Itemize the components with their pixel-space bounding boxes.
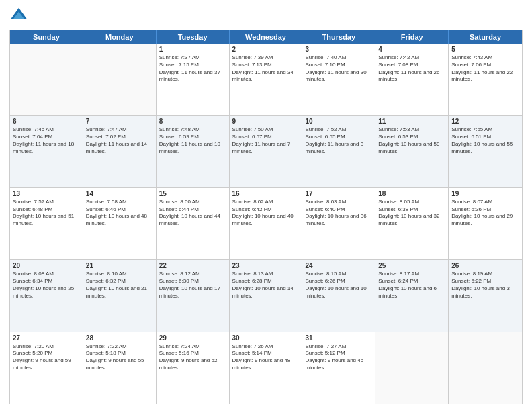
day-cell-15: 15Sunrise: 8:00 AM Sunset: 6:44 PM Dayli…: [157, 188, 230, 259]
day-cell-25: 25Sunrise: 8:17 AM Sunset: 6:24 PM Dayli…: [375, 260, 449, 331]
header-day-tuesday: Tuesday: [157, 30, 230, 44]
day-info: Sunrise: 7:45 AM Sunset: 7:04 PM Dayligh…: [13, 126, 80, 155]
day-number: 2: [232, 46, 300, 53]
day-cell-17: 17Sunrise: 8:03 AM Sunset: 6:40 PM Dayli…: [302, 188, 375, 259]
day-number: 16: [232, 190, 300, 197]
day-cell-22: 22Sunrise: 8:12 AM Sunset: 6:30 PM Dayli…: [157, 260, 230, 331]
day-number: 3: [305, 46, 372, 53]
day-number: 19: [451, 190, 519, 197]
day-info: Sunrise: 7:37 AM Sunset: 7:15 PM Dayligh…: [159, 54, 226, 83]
day-number: 6: [13, 118, 80, 125]
header: [9, 7, 523, 26]
day-info: Sunrise: 7:47 AM Sunset: 7:02 PM Dayligh…: [86, 126, 153, 155]
day-cell-9: 9Sunrise: 7:50 AM Sunset: 6:57 PM Daylig…: [230, 116, 303, 187]
day-number: 22: [159, 262, 226, 269]
day-number: 15: [159, 190, 226, 197]
empty-cell: [83, 44, 157, 115]
day-cell-10: 10Sunrise: 7:52 AM Sunset: 6:55 PM Dayli…: [302, 116, 375, 187]
day-info: Sunrise: 7:53 AM Sunset: 6:53 PM Dayligh…: [378, 126, 445, 155]
day-number: 4: [378, 46, 445, 53]
day-number: 10: [305, 118, 372, 125]
header-day-thursday: Thursday: [302, 30, 375, 44]
empty-cell: [449, 332, 522, 404]
day-info: Sunrise: 7:52 AM Sunset: 6:55 PM Dayligh…: [305, 126, 372, 155]
day-number: 27: [13, 334, 80, 342]
header-day-saturday: Saturday: [449, 30, 522, 44]
day-number: 9: [232, 118, 300, 125]
day-info: Sunrise: 7:50 AM Sunset: 6:57 PM Dayligh…: [232, 126, 300, 155]
day-number: 8: [159, 118, 226, 125]
day-number: 18: [378, 190, 445, 197]
day-cell-4: 4Sunrise: 7:42 AM Sunset: 7:08 PM Daylig…: [375, 44, 449, 115]
day-number: 25: [378, 262, 445, 269]
day-info: Sunrise: 8:08 AM Sunset: 6:34 PM Dayligh…: [13, 271, 80, 300]
day-number: 23: [232, 262, 300, 269]
day-info: Sunrise: 8:00 AM Sunset: 6:44 PM Dayligh…: [159, 199, 226, 228]
day-cell-23: 23Sunrise: 8:13 AM Sunset: 6:28 PM Dayli…: [230, 260, 303, 331]
day-cell-3: 3Sunrise: 7:40 AM Sunset: 7:10 PM Daylig…: [302, 44, 375, 115]
day-number: 12: [451, 118, 519, 125]
day-cell-1: 1Sunrise: 7:37 AM Sunset: 7:15 PM Daylig…: [157, 44, 230, 115]
day-info: Sunrise: 7:57 AM Sunset: 6:48 PM Dayligh…: [13, 199, 80, 228]
day-number: 20: [13, 262, 80, 269]
calendar-row-2: 13Sunrise: 7:57 AM Sunset: 6:48 PM Dayli…: [10, 188, 522, 260]
header-day-monday: Monday: [83, 30, 157, 44]
header-day-sunday: Sunday: [10, 30, 83, 44]
day-cell-12: 12Sunrise: 7:55 AM Sunset: 6:51 PM Dayli…: [449, 116, 522, 187]
day-cell-27: 27Sunrise: 7:20 AM Sunset: 5:20 PM Dayli…: [10, 332, 83, 404]
day-info: Sunrise: 8:10 AM Sunset: 6:32 PM Dayligh…: [86, 271, 153, 300]
day-info: Sunrise: 7:26 AM Sunset: 5:14 PM Dayligh…: [232, 343, 300, 372]
day-cell-2: 2Sunrise: 7:39 AM Sunset: 7:13 PM Daylig…: [230, 44, 303, 115]
day-info: Sunrise: 7:22 AM Sunset: 5:18 PM Dayligh…: [86, 343, 153, 372]
day-cell-5: 5Sunrise: 7:43 AM Sunset: 7:06 PM Daylig…: [449, 44, 522, 115]
day-info: Sunrise: 7:24 AM Sunset: 5:16 PM Dayligh…: [159, 343, 226, 372]
calendar-row-4: 27Sunrise: 7:20 AM Sunset: 5:20 PM Dayli…: [10, 332, 522, 404]
day-info: Sunrise: 8:03 AM Sunset: 6:40 PM Dayligh…: [305, 199, 372, 228]
day-cell-13: 13Sunrise: 7:57 AM Sunset: 6:48 PM Dayli…: [10, 188, 83, 259]
day-cell-29: 29Sunrise: 7:24 AM Sunset: 5:16 PM Dayli…: [157, 332, 230, 404]
day-cell-14: 14Sunrise: 7:58 AM Sunset: 6:46 PM Dayli…: [83, 188, 157, 259]
day-info: Sunrise: 8:15 AM Sunset: 6:26 PM Dayligh…: [305, 271, 372, 300]
day-number: 11: [378, 118, 445, 125]
empty-cell: [10, 44, 83, 115]
day-info: Sunrise: 8:02 AM Sunset: 6:42 PM Dayligh…: [232, 199, 300, 228]
day-info: Sunrise: 8:12 AM Sunset: 6:30 PM Dayligh…: [159, 271, 226, 300]
day-cell-31: 31Sunrise: 7:27 AM Sunset: 5:12 PM Dayli…: [302, 332, 375, 404]
day-number: 13: [13, 190, 80, 197]
day-number: 1: [159, 46, 226, 53]
day-number: 26: [451, 262, 519, 269]
day-number: 30: [232, 334, 300, 342]
page: SundayMondayTuesdayWednesdayThursdayFrid…: [0, 0, 532, 411]
day-cell-30: 30Sunrise: 7:26 AM Sunset: 5:14 PM Dayli…: [230, 332, 303, 404]
day-info: Sunrise: 8:07 AM Sunset: 6:36 PM Dayligh…: [451, 199, 519, 228]
day-cell-11: 11Sunrise: 7:53 AM Sunset: 6:53 PM Dayli…: [375, 116, 449, 187]
day-number: 29: [159, 334, 226, 342]
day-number: 21: [86, 262, 153, 269]
day-cell-19: 19Sunrise: 8:07 AM Sunset: 6:36 PM Dayli…: [449, 188, 522, 259]
calendar-row-0: 1Sunrise: 7:37 AM Sunset: 7:15 PM Daylig…: [10, 44, 522, 116]
day-cell-28: 28Sunrise: 7:22 AM Sunset: 5:18 PM Dayli…: [83, 332, 157, 404]
day-info: Sunrise: 7:39 AM Sunset: 7:13 PM Dayligh…: [232, 54, 300, 83]
calendar-body: 1Sunrise: 7:37 AM Sunset: 7:15 PM Daylig…: [10, 44, 522, 404]
header-day-wednesday: Wednesday: [230, 30, 303, 44]
calendar-row-1: 6Sunrise: 7:45 AM Sunset: 7:04 PM Daylig…: [10, 116, 522, 187]
day-cell-16: 16Sunrise: 8:02 AM Sunset: 6:42 PM Dayli…: [230, 188, 303, 259]
day-cell-21: 21Sunrise: 8:10 AM Sunset: 6:32 PM Dayli…: [83, 260, 157, 331]
day-info: Sunrise: 7:20 AM Sunset: 5:20 PM Dayligh…: [13, 343, 80, 372]
day-number: 17: [305, 190, 372, 197]
empty-cell: [375, 332, 449, 404]
day-info: Sunrise: 7:27 AM Sunset: 5:12 PM Dayligh…: [305, 343, 372, 372]
day-info: Sunrise: 8:19 AM Sunset: 6:22 PM Dayligh…: [451, 271, 519, 300]
day-info: Sunrise: 8:17 AM Sunset: 6:24 PM Dayligh…: [378, 271, 445, 300]
day-cell-26: 26Sunrise: 8:19 AM Sunset: 6:22 PM Dayli…: [449, 260, 522, 331]
logo: [9, 7, 31, 26]
day-info: Sunrise: 8:13 AM Sunset: 6:28 PM Dayligh…: [232, 271, 300, 300]
logo-icon: [9, 7, 28, 26]
day-cell-7: 7Sunrise: 7:47 AM Sunset: 7:02 PM Daylig…: [83, 116, 157, 187]
day-number: 7: [86, 118, 153, 125]
day-info: Sunrise: 8:05 AM Sunset: 6:38 PM Dayligh…: [378, 199, 445, 228]
day-info: Sunrise: 7:55 AM Sunset: 6:51 PM Dayligh…: [451, 126, 519, 155]
day-number: 31: [305, 334, 372, 342]
day-info: Sunrise: 7:58 AM Sunset: 6:46 PM Dayligh…: [86, 199, 153, 228]
day-cell-18: 18Sunrise: 8:05 AM Sunset: 6:38 PM Dayli…: [375, 188, 449, 259]
